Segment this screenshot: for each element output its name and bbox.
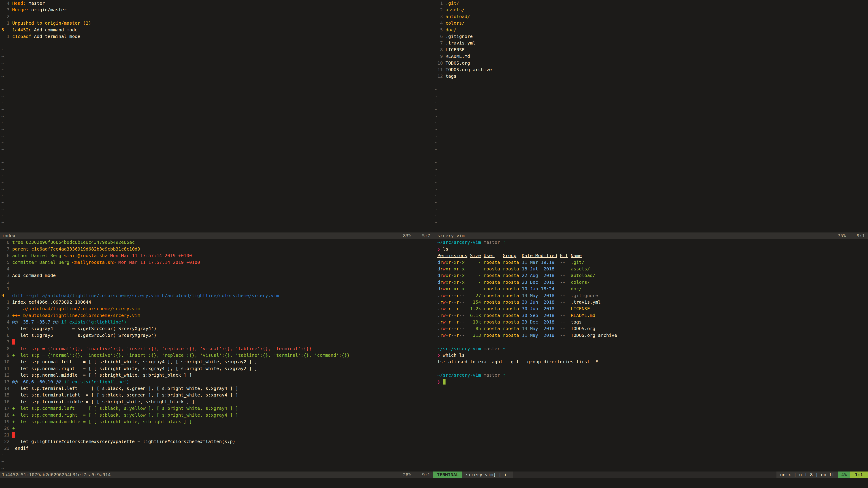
text-run: [519, 299, 522, 305]
text-run: --: [560, 326, 565, 331]
buffer-line[interactable]: 6author Daniel Berg <mail@roosta.sh> Mon…: [0, 252, 431, 259]
pane-file-explorer[interactable]: 1.git/2assets/3autoload/4colors/5doc/6.g…: [433, 0, 868, 232]
buffer-line[interactable]: 11TODOS.org_archive: [433, 66, 868, 73]
buffer-line[interactable]: 11 let s:p.normal.right = [ [ s:bright_w…: [0, 365, 431, 372]
buffer-line[interactable]: 8tree 62302e90f86854b0dc8b1e6c43479e6b49…: [0, 239, 431, 246]
line-number: 4: [1, 0, 9, 6]
buffer-line[interactable]: 7: [0, 339, 431, 345]
terminal-line[interactable]: drwxr-xr-x - roosta roosta 11 Mar 19:19 …: [437, 259, 868, 266]
buffer-line[interactable]: 5 let s:xgray4 = s:getSrcColor('SrceryXg…: [0, 325, 431, 332]
buffer-line[interactable]: 23 endif: [0, 445, 431, 452]
buffer-line[interactable]: 4@@ -35,7 +35,7 @@ if exists('g:lightlin…: [0, 319, 431, 325]
text-run: 1a4452c: [12, 27, 31, 33]
terminal-line[interactable]: ❯: [437, 379, 868, 385]
pane-git-commit-diff[interactable]: 8tree 62302e90f86854b0dc8b1e6c43479e6b49…: [0, 239, 431, 471]
buffer-line[interactable]: 1c1c6adf Add terminal mode: [0, 33, 431, 40]
vim-command-line[interactable]: [0, 478, 868, 488]
permission-char: -: [462, 299, 465, 305]
line-number: 5: [1, 27, 9, 33]
buffer-line[interactable]: 5doc/: [433, 27, 868, 33]
buffer-line[interactable]: 12tags: [433, 73, 868, 79]
buffer-line[interactable]: 2: [0, 279, 431, 286]
terminal-line[interactable]: .rw-r--r-- 85 roosta roosta 14 May 2018 …: [437, 325, 868, 332]
buffer-line[interactable]: 3+++ b/autoload/lightline/colorscheme/sr…: [0, 312, 431, 319]
buffer-line[interactable]: 16 let s:p.terminal.middle = [ [ s:brigh…: [0, 398, 431, 405]
buffer-line[interactable]: 17+ let s:p.command.left = [ [ s:black, …: [0, 405, 431, 412]
terminal-line[interactable]: drwxr-xr-x - roosta roosta 10 Jan 18:24 …: [437, 286, 868, 292]
terminal-line[interactable]: .rw-r--r-- 154 roosta roosta 30 Jun 2018…: [437, 299, 868, 305]
buffer-line[interactable]: 2assets/: [433, 6, 868, 13]
terminal-line[interactable]: [437, 365, 868, 372]
buffer-line[interactable]: 1.git/: [433, 0, 868, 6]
buffer-line[interactable]: 15 let s:p.terminal.right = [ [ s:black,…: [0, 392, 431, 398]
buffer-line[interactable]: 1Unpushed to origin/master (2): [0, 20, 431, 26]
buffer-line[interactable]: 14 let s:p.terminal.left = [ [ s:black, …: [0, 385, 431, 392]
buffer-line[interactable]: 1: [0, 286, 431, 292]
terminal-line[interactable]: Permissions Size User Group Date Modifie…: [437, 252, 868, 259]
buffer-line[interactable]: 10TODOS.org: [433, 60, 868, 66]
buffer-line[interactable]: 2--- a/autoload/lightline/colorscheme/sr…: [0, 305, 431, 312]
buffer-line[interactable]: 5committer Daniel Berg <mail@roosta.sh> …: [0, 259, 431, 266]
terminal-line[interactable]: drwxr-xr-x - roosta roosta 18 Jul 2018 -…: [437, 266, 868, 272]
pane-terminal[interactable]: ~/src/srcery-vim master ⇡❯ lsPermissions…: [433, 239, 868, 471]
terminal-line[interactable]: ~/src/srcery-vim master ⇡: [437, 239, 868, 246]
buffer-line[interactable]: 18+ let s:p.command.right = [ [ s:black,…: [0, 412, 431, 418]
statusline-git-commit-diff[interactable]: 1a4452c51c1079ab2d6296254b31ef7ca5c9a914…: [0, 471, 433, 478]
buffer-line[interactable]: 4: [0, 266, 431, 272]
pane-fugitive-summary[interactable]: 4Head: master3Merge: origin/master21Unpu…: [0, 0, 431, 232]
buffer-line[interactable]: 22 let g:lightline#colorscheme#srcery#pa…: [0, 438, 431, 445]
terminal-line[interactable]: ls: aliased to exa -aghl --git --group-d…: [437, 359, 868, 365]
terminal-line[interactable]: drwxr-xr-x - roosta roosta 23 Dec 2018 -…: [437, 279, 868, 286]
terminal-line[interactable]: ~/src/srcery-vim master ⇡: [437, 346, 868, 352]
buffer-line[interactable]: 21: [0, 432, 431, 438]
vertical-split-separator[interactable]: [431, 0, 433, 232]
buffer-line[interactable]: 10 let s:p.normal.left = [ [ s:bright_wh…: [0, 359, 431, 365]
vertical-split-separator[interactable]: [431, 239, 433, 471]
buffer-line[interactable]: 3Add command mode: [0, 272, 431, 279]
buffer-line[interactable]: 9README.md: [433, 53, 868, 60]
buffer-line[interactable]: 8LICENSE: [433, 46, 868, 53]
end-of-buffer-tilde: ~: [0, 73, 431, 79]
buffer-line[interactable]: 1index cef496d..0973892 100644: [0, 299, 431, 305]
terminal-line[interactable]: .rw-r--r-- 1.2k roosta roosta 30 Jun 201…: [437, 305, 868, 312]
buffer-line[interactable]: 9+ let s:p = {'normal':{}, 'inactive':{}…: [0, 352, 431, 359]
permission-char: -: [445, 299, 448, 305]
statusline-fugitive-summary[interactable]: index 83% 5:7: [0, 232, 433, 239]
terminal-line[interactable]: .rw-r--r-- 6.1k roosta roosta 30 Sep 201…: [437, 312, 868, 319]
buffer-line[interactable]: 3Merge: origin/master: [0, 6, 431, 13]
permission-char: d: [437, 266, 440, 271]
top-statusline-row: index 83% 5:7 srcery-vim 75% 9:1: [0, 232, 868, 239]
terminal-line[interactable]: .rw-r--r-- 313 roosta roosta 11 May 2018…: [437, 332, 868, 339]
text-run: [519, 273, 522, 278]
buffer-line[interactable]: 9diff --git a/autoload/lightline/colorsc…: [0, 292, 431, 299]
text-run: which ls: [440, 352, 465, 358]
terminal-line[interactable]: ~/src/srcery-vim master ⇡: [437, 372, 868, 379]
terminal-line[interactable]: [437, 339, 868, 345]
permission-char: .: [437, 319, 440, 325]
buffer-line[interactable]: 4colors/: [433, 20, 868, 26]
buffer-line[interactable]: 3autoload/: [433, 13, 868, 20]
statusline-terminal-active[interactable]: TERMINAL srcery-vim] | +- unix | utf-8 |…: [433, 471, 868, 478]
text-run: [500, 332, 503, 338]
statusline-file-explorer[interactable]: srcery-vim 75% 9:1: [433, 232, 868, 239]
buffer-line[interactable]: 2: [0, 13, 431, 20]
buffer-line[interactable]: 12 let s:p.normal.middle = [ [ s:bright_…: [0, 372, 431, 379]
terminal-line[interactable]: .rw-r--r-- 19k roosta roosta 23 Dec 2018…: [437, 319, 868, 325]
buffer-line[interactable]: 19+ let s:p.command.middle = [ [ s:brigh…: [0, 418, 431, 425]
end-of-buffer-tilde: ~: [433, 106, 868, 113]
terminal-line[interactable]: ❯ ls: [437, 246, 868, 252]
terminal-line[interactable]: .rw-r--r-- 27 roosta roosta 14 May 2018 …: [437, 292, 868, 299]
buffer-line[interactable]: 4Head: master: [0, 0, 431, 6]
buffer-line[interactable]: 51a4452c Add command mode: [0, 27, 431, 33]
text-run: 30 Sep 2018: [522, 313, 555, 318]
terminal-line[interactable]: ❯ which ls: [437, 352, 868, 359]
buffer-line[interactable]: 7parent c1c6adf7ce4aa3336919d682b3e9cbb3…: [0, 246, 431, 252]
buffer-line[interactable]: 13@@ -60,6 +60,10 @@ if exists('g:lightl…: [0, 379, 431, 385]
buffer-line[interactable]: 6.gitignore: [433, 33, 868, 40]
file-name: autoload/: [571, 273, 595, 278]
buffer-line[interactable]: 8- let s:p = {'normal':{}, 'inactive':{}…: [0, 346, 431, 352]
buffer-line[interactable]: 6 let s:xgray5 = s:getSrcColor('SrceryXg…: [0, 332, 431, 339]
terminal-line[interactable]: drwxr-xr-x - roosta roosta 22 Aug 2018 -…: [437, 272, 868, 279]
buffer-line[interactable]: 7.travis.yml: [433, 40, 868, 46]
buffer-line[interactable]: 20+: [0, 425, 431, 431]
